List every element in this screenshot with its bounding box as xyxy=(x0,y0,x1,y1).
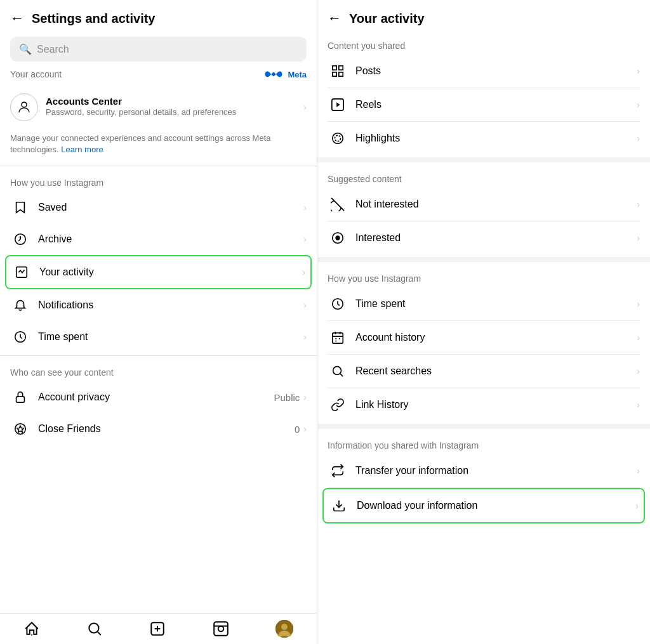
nav-profile-avatar[interactable] xyxy=(275,620,293,638)
interested-icon xyxy=(328,231,348,245)
menu-item-account-privacy[interactable]: Account privacy Public › xyxy=(0,381,317,413)
highlights-chevron: › xyxy=(637,133,640,143)
svg-point-18 xyxy=(281,624,288,630)
link-history-icon xyxy=(328,398,348,412)
menu-item-close-friends[interactable]: Close Friends 0 › xyxy=(0,413,317,445)
svg-rect-22 xyxy=(339,72,343,76)
svg-point-0 xyxy=(22,102,27,107)
right-back-button[interactable]: ← xyxy=(328,10,342,27)
accounts-center-row[interactable]: Accounts Center Password, security, pers… xyxy=(0,87,317,128)
menu-item-your-activity[interactable]: Your activity › xyxy=(5,255,312,289)
notifications-icon xyxy=(10,298,30,312)
not-interested-icon xyxy=(328,197,348,211)
right-menu-item-time-spent[interactable]: Time spent › xyxy=(317,287,650,320)
recent-searches-icon xyxy=(328,364,348,378)
recent-searches-chevron: › xyxy=(637,366,640,376)
accounts-center-sub: Password, security, personal details, ad… xyxy=(46,107,303,118)
section-divider-3 xyxy=(317,424,650,429)
search-placeholder: Search xyxy=(37,44,69,55)
close-friends-icon xyxy=(10,422,30,436)
svg-point-26 xyxy=(335,135,340,141)
notifications-label: Notifications xyxy=(38,299,303,311)
svg-line-27 xyxy=(331,198,344,211)
account-history-icon xyxy=(328,331,348,345)
svg-point-8 xyxy=(31,634,32,636)
your-account-header: Your account Meta xyxy=(0,67,317,87)
right-menu-item-posts[interactable]: Posts › xyxy=(317,55,650,88)
right-menu-item-recent-searches[interactable]: Recent searches › xyxy=(317,355,650,388)
search-bar[interactable]: 🔍 Search xyxy=(10,37,307,62)
info-shared-label: Information you shared with Instagram xyxy=(317,431,650,454)
menu-item-time-spent[interactable]: Time spent › xyxy=(0,321,317,353)
right-menu-item-reels[interactable]: Reels › xyxy=(317,88,650,121)
reels-label: Reels xyxy=(355,99,637,110)
close-friends-label: Close Friends xyxy=(38,423,295,435)
meta-info-text: Manage your connected experiences and ac… xyxy=(0,128,317,163)
reels-chevron: › xyxy=(637,100,640,110)
right-menu-item-link-history[interactable]: Link History › xyxy=(317,388,650,421)
bottom-nav xyxy=(0,613,317,644)
svg-line-10 xyxy=(98,632,101,635)
nav-home-icon[interactable] xyxy=(23,621,40,637)
saved-label: Saved xyxy=(38,202,303,213)
right-menu-item-transfer-info[interactable]: Transfer your information › xyxy=(317,454,650,487)
saved-chevron: › xyxy=(303,202,307,213)
time-spent-right-chevron: › xyxy=(637,299,640,309)
account-privacy-badge: Public xyxy=(274,392,300,403)
your-activity-label: Your activity xyxy=(39,266,302,278)
learn-more-link[interactable]: Learn more xyxy=(61,145,103,154)
who-can-see-label: Who can see your content xyxy=(0,358,317,381)
svg-marker-7 xyxy=(17,426,23,433)
close-friends-badge: 0 xyxy=(295,424,300,435)
nav-search-icon[interactable] xyxy=(86,621,103,637)
right-menu-item-account-history[interactable]: Account history › xyxy=(317,321,650,354)
right-menu-item-highlights[interactable]: Highlights › xyxy=(317,122,650,155)
right-how-you-use-label: How you use Instagram xyxy=(317,265,650,287)
right-page-title: Your activity xyxy=(349,11,425,26)
nav-create-icon[interactable] xyxy=(149,621,166,637)
account-history-chevron: › xyxy=(637,332,640,343)
svg-point-29 xyxy=(335,235,340,240)
download-info-label: Download your information xyxy=(357,500,635,511)
transfer-info-label: Transfer your information xyxy=(355,465,637,476)
menu-item-saved[interactable]: Saved › xyxy=(0,192,317,223)
time-spent-right-label: Time spent xyxy=(355,298,637,310)
saved-icon xyxy=(10,200,30,214)
divider-1 xyxy=(0,166,317,166)
your-activity-icon xyxy=(11,265,32,279)
archive-icon xyxy=(10,232,30,246)
download-info-chevron: › xyxy=(635,501,639,511)
accounts-center-chevron: › xyxy=(303,102,307,112)
highlights-label: Highlights xyxy=(355,133,637,144)
left-back-button[interactable]: ← xyxy=(10,10,24,27)
svg-point-38 xyxy=(333,367,342,375)
interested-chevron: › xyxy=(637,233,640,243)
recent-searches-label: Recent searches xyxy=(355,365,637,377)
time-spent-icon xyxy=(10,330,30,344)
divider-2 xyxy=(0,355,317,356)
svg-rect-20 xyxy=(339,66,343,70)
posts-chevron: › xyxy=(637,66,640,76)
right-menu-item-not-interested[interactable]: Not interested › xyxy=(317,188,650,221)
menu-item-notifications[interactable]: Notifications › xyxy=(0,289,317,321)
content-shared-label: Content you shared xyxy=(317,32,650,55)
svg-rect-5 xyxy=(17,397,25,402)
nav-reels-icon[interactable] xyxy=(213,621,229,637)
reels-icon xyxy=(328,98,348,112)
accounts-center-title: Accounts Center xyxy=(46,96,303,107)
svg-point-15 xyxy=(218,626,224,632)
your-account-label: Your account xyxy=(10,69,62,79)
not-interested-label: Not interested xyxy=(355,199,637,210)
search-icon: 🔍 xyxy=(19,43,32,55)
close-friends-chevron: › xyxy=(303,424,307,434)
svg-line-39 xyxy=(340,374,343,376)
svg-rect-31 xyxy=(333,333,343,344)
svg-rect-19 xyxy=(333,66,336,70)
right-header: ← Your activity xyxy=(317,0,650,32)
time-spent-label: Time spent xyxy=(38,331,303,343)
meta-logo: Meta xyxy=(262,68,307,81)
menu-item-archive[interactable]: Archive › xyxy=(0,223,317,255)
right-menu-item-interested[interactable]: Interested › xyxy=(317,221,650,254)
right-menu-item-download-info[interactable]: Download your information › xyxy=(322,488,645,523)
account-history-label: Account history xyxy=(355,332,637,343)
